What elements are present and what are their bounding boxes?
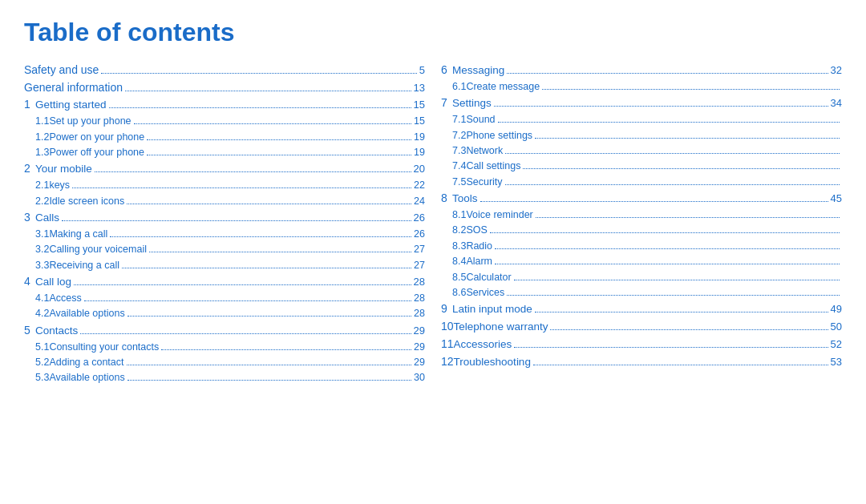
entry-number: 4: [24, 273, 35, 291]
right-column: 6Messaging326.1Create message7Settings34…: [433, 62, 842, 386]
entry-label: Security: [466, 175, 502, 190]
entry-label: Accessories: [454, 337, 512, 353]
toc-entry: 4.1Access28: [24, 291, 425, 306]
entry-page: 53: [831, 354, 842, 370]
toc-entry: General information13: [24, 79, 425, 97]
entry-number: 1.1: [24, 114, 49, 129]
toc-entry: 1.3Power off your phone19: [24, 145, 425, 160]
entry-label: Calls: [35, 210, 59, 227]
entry-page: 22: [414, 178, 425, 193]
toc-entry: 7.4Call settings: [441, 159, 842, 174]
toc-entry: 2.1keys22: [24, 178, 425, 193]
entry-number: 2: [24, 160, 35, 178]
entry-number: 3.2: [24, 242, 49, 257]
toc-entry: 4Call log28: [24, 273, 425, 291]
entry-page: 13: [414, 80, 425, 96]
entry-page: 20: [414, 161, 425, 177]
toc-entry: 7Settings34: [441, 95, 842, 112]
entry-dots: [550, 329, 828, 330]
toc-entry: 7.3Network: [441, 143, 842, 159]
entry-page: 29: [414, 355, 425, 370]
entry-number: 3.1: [24, 227, 49, 242]
entry-page: 19: [414, 130, 425, 145]
entry-number: 7: [441, 95, 452, 112]
toc-entry: 7.5Security: [441, 175, 842, 190]
entry-dots: [84, 300, 411, 301]
toc-entry: 7.2Phone settings: [441, 128, 842, 143]
entry-dots: [542, 89, 840, 90]
entry-label: Alarm: [466, 254, 492, 269]
entry-dots: [495, 264, 840, 264]
entry-label: Making a call: [49, 227, 107, 242]
entry-label: Troubleshooting: [454, 354, 531, 371]
entry-dots: [127, 380, 411, 381]
entry-dots: [505, 184, 840, 185]
entry-label: Available options: [49, 370, 124, 385]
entry-dots: [80, 333, 411, 334]
entry-label: SOS: [466, 223, 487, 238]
entry-page: 28: [414, 291, 425, 306]
entry-number: 2.1: [24, 178, 49, 193]
entry-dots: [125, 91, 411, 91]
entry-number: 7.3: [441, 143, 466, 159]
toc-entry: 11Accessories52: [441, 336, 842, 353]
toc-entry: 3Calls26: [24, 209, 425, 227]
entry-label: Calling your voicemail: [49, 242, 147, 257]
entry-number: 1.2: [24, 130, 49, 145]
entry-number: 8.1: [441, 208, 466, 223]
entry-label: Call log: [35, 274, 71, 291]
toc-entry: 1Getting started15: [24, 96, 425, 114]
entry-page: 32: [831, 62, 842, 79]
entry-label: Getting started: [35, 97, 107, 114]
entry-number: 4.1: [24, 291, 49, 306]
entry-label: Voice reminder: [466, 208, 532, 223]
entry-dots: [507, 295, 840, 296]
entry-label: Latin input mode: [452, 301, 532, 318]
toc-entry: 4.2Available options28: [24, 306, 425, 321]
toc-entry: 8Tools45: [441, 190, 842, 208]
page-title: Table of contents: [24, 18, 842, 47]
entry-label: Idle screen icons: [49, 194, 124, 209]
entry-label: Set up your phone: [49, 114, 131, 129]
entry-page: 26: [414, 227, 425, 242]
entry-dots: [72, 187, 411, 188]
entry-dots: [494, 106, 828, 107]
entry-page: 19: [414, 145, 425, 160]
entry-number: 10: [441, 318, 454, 336]
entry-page: 52: [831, 337, 842, 353]
entry-number: 2.2: [24, 194, 49, 209]
toc-entry: 5Contacts29: [24, 322, 425, 340]
entry-label: Tools: [452, 191, 478, 208]
entry-page: 15: [414, 114, 425, 129]
entry-dots: [109, 107, 411, 108]
entry-label: Available options: [49, 306, 124, 321]
entry-page: 49: [831, 301, 842, 317]
entry-number: 5.3: [24, 370, 49, 385]
entry-dots: [122, 268, 411, 268]
entry-page: 15: [414, 97, 425, 113]
entry-dots: [523, 168, 840, 169]
toc-entry: 9Latin input mode49: [441, 300, 842, 318]
left-column: Safety and use5General information131Get…: [24, 62, 433, 386]
toc-entry: Safety and use5: [24, 62, 425, 79]
toc-entry: 1.1Set up your phone15: [24, 114, 425, 129]
toc-entry: 10Telephone warranty50: [441, 318, 842, 336]
entry-label: Network: [466, 143, 503, 159]
entry-number: 6: [441, 62, 452, 79]
toc-entry: 12Troubleshooting53: [441, 353, 842, 371]
entry-page: 30: [414, 370, 425, 385]
toc-entry: 8.1Voice reminder: [441, 208, 842, 223]
entry-label: Power on your phone: [49, 130, 144, 145]
toc-entry: 5.2Adding a contact29: [24, 355, 425, 370]
toc-entry: 8.6Services: [441, 285, 842, 300]
toc-entry: 8.5Calculator: [441, 270, 842, 285]
entry-page: 45: [831, 191, 842, 207]
entry-label: Safety and use: [24, 62, 99, 79]
entry-dots: [536, 217, 840, 218]
entry-number: 1: [24, 96, 35, 114]
entry-dots: [514, 280, 840, 280]
toc-entry: 6Messaging32: [441, 62, 842, 79]
entry-dots: [147, 155, 411, 155]
entry-number: 1.3: [24, 145, 49, 160]
entry-page: 27: [414, 242, 425, 257]
